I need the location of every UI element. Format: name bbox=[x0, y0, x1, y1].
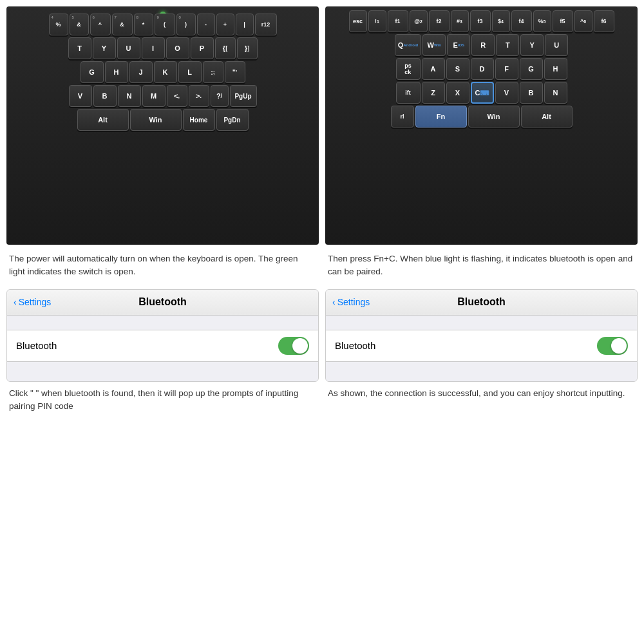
kb-key-I: I bbox=[142, 37, 165, 59]
ios-back-btn-right[interactable]: ‹ Settings bbox=[332, 297, 370, 307]
kb-key: 8* bbox=[134, 14, 153, 35]
kb-key-q: QAndroid bbox=[395, 34, 422, 56]
kb-key-4: $4 bbox=[492, 10, 510, 32]
ios-toggle-thumb-right bbox=[611, 338, 627, 354]
kb-key-B2: B bbox=[520, 82, 543, 104]
kb-row-v: V B N M <, >. ?/ PgUp bbox=[10, 85, 315, 107]
kb-key-E: EiOS bbox=[447, 34, 470, 56]
kb-key-Y: Y bbox=[93, 37, 116, 59]
kb-key-V: V bbox=[69, 85, 92, 107]
kb-key-Z: Z bbox=[422, 82, 445, 104]
ios-spacer2-left bbox=[7, 362, 318, 376]
kb-key-gt: >. bbox=[189, 85, 209, 107]
kb-key-R: R bbox=[471, 34, 495, 56]
kb-key-N: N bbox=[118, 85, 141, 107]
kb-key-fn: Fn bbox=[415, 106, 467, 128]
kb-key-colon: :; bbox=[203, 61, 223, 83]
kb-key: + bbox=[216, 14, 234, 35]
kb-key-5: %5 bbox=[533, 10, 551, 32]
kb-key-pgup: PgUp bbox=[230, 85, 257, 107]
kb-key-2: @2 bbox=[410, 10, 428, 32]
kb-key: 4% bbox=[49, 14, 68, 35]
ios-title-left: Bluetooth bbox=[138, 296, 187, 308]
description-row-top: The power will automatically turn on whe… bbox=[6, 252, 638, 279]
kb-key-J: J bbox=[129, 61, 153, 83]
kb-key-K: K bbox=[154, 61, 177, 83]
kb-key-rl: rl bbox=[391, 106, 414, 128]
keyboard-sim-left: 4% 5& 6^ 7& 8* 9( 0) - + | r12 T Y U bbox=[6, 6, 319, 245]
kb-row-fn-bottom: rl Fn Win Alt bbox=[329, 106, 634, 128]
ios-title-right: Bluetooth bbox=[457, 296, 506, 308]
kb-key-lbracket: {[ bbox=[215, 37, 236, 59]
kb-key-alt: Alt bbox=[77, 109, 129, 131]
ios-bt-label-right: Bluetooth bbox=[335, 340, 375, 351]
kb-key-B: B bbox=[93, 85, 117, 107]
kb-key-f2: f2 bbox=[429, 10, 450, 32]
kb-key-N2: N bbox=[544, 82, 567, 104]
kb-key-3: #3 bbox=[451, 10, 469, 32]
kb-key-H: H bbox=[105, 61, 128, 83]
settings-back-label-right: Settings bbox=[337, 297, 370, 307]
ios-toggle-thumb-left bbox=[292, 338, 308, 354]
chevron-left-icon-right: ‹ bbox=[332, 297, 336, 307]
ios-my-devices-label-left: MY DEVICES bbox=[7, 376, 318, 382]
kb-key-f4: f4 bbox=[511, 10, 532, 32]
kb-key: 0) bbox=[176, 14, 196, 35]
kb-key: 6^ bbox=[90, 14, 111, 35]
ios-right-container: ‹ Settings Bluetooth Bluetooth bbox=[325, 289, 638, 479]
kb-key-lt: <, bbox=[167, 85, 187, 107]
desc-left: The power will automatically turn on whe… bbox=[6, 252, 319, 279]
kb-key: 5& bbox=[70, 14, 89, 35]
kb-key-T2: T bbox=[496, 34, 519, 56]
kb-row-g: G H J K L :; "' bbox=[10, 61, 315, 83]
ios-bt-label-left: Bluetooth bbox=[16, 340, 57, 351]
kb-key-M: M bbox=[142, 85, 166, 107]
kb-key-f1: f1 bbox=[388, 10, 408, 32]
kb-key-D: D bbox=[471, 58, 494, 80]
kb-key-X: X bbox=[446, 82, 469, 104]
ios-spacer-right bbox=[326, 316, 637, 330]
kb-key-f6: f6 bbox=[594, 10, 614, 32]
kb-row-bottom: Alt Win Home PgDn bbox=[10, 109, 315, 131]
kb-key-f3: f3 bbox=[470, 10, 491, 32]
keyboard-images-row: 4% 5& 6^ 7& 8* 9( 0) - + | r12 T Y U bbox=[6, 6, 638, 245]
kb-key-win: Win bbox=[130, 109, 182, 131]
kb-key-H2: H bbox=[544, 58, 567, 80]
settings-back-label: Settings bbox=[19, 297, 52, 307]
kb-key-pgdn: PgDn bbox=[216, 109, 249, 131]
ios-nav-bar-left: ‹ Settings Bluetooth bbox=[7, 290, 318, 316]
kb-key-A: A bbox=[422, 58, 445, 80]
kb-key-G2: G bbox=[520, 58, 543, 80]
ios-left-container: ‹ Settings Bluetooth Bluetooth bbox=[6, 289, 319, 479]
ios-bt-toggle-left[interactable] bbox=[278, 337, 309, 355]
kb-key-F: F bbox=[495, 58, 518, 80]
kb-key-1: !1 bbox=[368, 10, 386, 32]
kb-key-6: ^6 bbox=[574, 10, 592, 32]
kb-key-slash: ?/ bbox=[211, 85, 229, 107]
kb-row-num: 4% 5& 6^ 7& 8* 9( 0) - + | r12 bbox=[10, 14, 315, 35]
kb-key: - bbox=[197, 14, 215, 35]
kb-key-home: Home bbox=[183, 109, 215, 131]
kb-key: | bbox=[236, 14, 254, 35]
kb-key-S: S bbox=[446, 58, 469, 80]
ios-bt-section-right: Bluetooth bbox=[326, 330, 637, 362]
keyboard-image-left: 4% 5& 6^ 7& 8* 9( 0) - + | r12 T Y U bbox=[6, 6, 319, 245]
desc-bottom-left: Click " " when bluetooth is found, then … bbox=[6, 387, 319, 478]
kb-key-U2: U bbox=[545, 34, 568, 56]
kb-key-alt2: Alt bbox=[521, 106, 573, 128]
kb-key-ps: psck bbox=[396, 58, 421, 80]
ios-panel-left: ‹ Settings Bluetooth Bluetooth bbox=[6, 289, 319, 382]
kb-key: 9( bbox=[155, 14, 175, 35]
kb-key-quote: "' bbox=[225, 61, 245, 83]
kb-key-f5: f5 bbox=[553, 10, 573, 32]
kb-key-esc: esc bbox=[349, 10, 367, 32]
ios-panels-row: ‹ Settings Bluetooth Bluetooth bbox=[6, 289, 638, 479]
desc-bottom-right: As shown, the connection is successful, … bbox=[325, 387, 638, 478]
ios-bt-row-left: Bluetooth bbox=[7, 330, 318, 361]
kb-key-Y2: Y bbox=[520, 34, 544, 56]
ios-bt-toggle-right[interactable] bbox=[597, 337, 628, 355]
ios-back-btn-left[interactable]: ‹ Settings bbox=[14, 297, 51, 307]
kb-key-O: O bbox=[166, 37, 189, 59]
chevron-left-icon: ‹ bbox=[14, 297, 17, 307]
kb-row-t: T Y U I O P {[ }] bbox=[10, 37, 315, 59]
